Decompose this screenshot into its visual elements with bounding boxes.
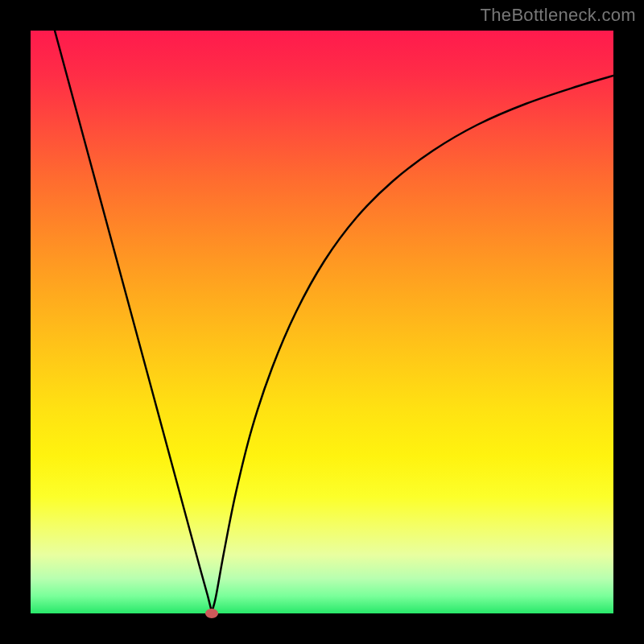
watermark-text: TheBottleneck.com — [481, 5, 636, 26]
minimum-marker — [205, 609, 218, 618]
chart-frame: TheBottleneck.com — [0, 0, 644, 644]
plot-area — [31, 31, 613, 613]
bottleneck-curve — [31, 31, 613, 613]
